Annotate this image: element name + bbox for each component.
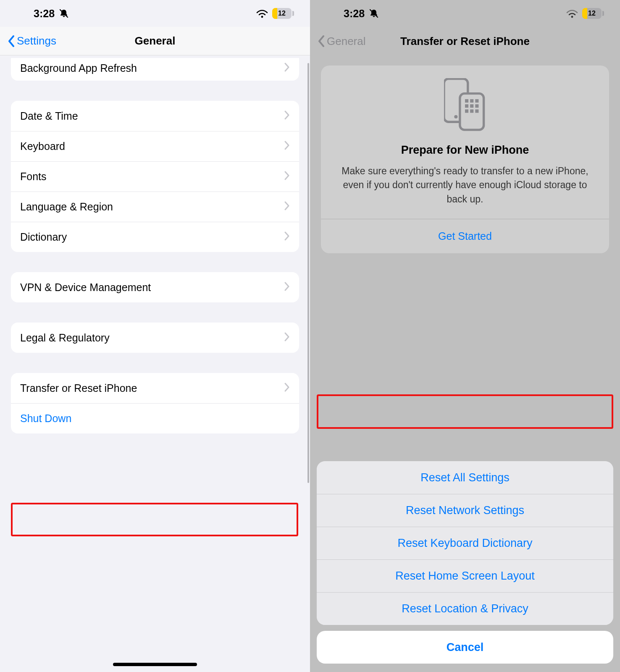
reset-keyboard-dictionary[interactable]: Reset Keyboard Dictionary <box>317 527 613 559</box>
back-label: Settings <box>17 34 56 47</box>
nav-bar: General Transfer or Reset iPhone <box>310 27 620 55</box>
row-label: Background App Refresh <box>20 62 137 74</box>
status-bar: 3:28 12 <box>310 0 620 27</box>
chevron-right-icon <box>284 62 290 74</box>
chevron-right-icon <box>284 231 290 243</box>
row-dictionary[interactable]: Dictionary <box>11 222 299 252</box>
battery-indicator: 12 <box>272 8 294 19</box>
chevron-right-icon <box>284 201 290 213</box>
chevron-left-icon <box>318 35 327 47</box>
row-background-app-refresh[interactable]: Background App Refresh <box>11 58 299 81</box>
phone-left-general-settings: 3:28 12 Settings <box>0 0 310 672</box>
row-keyboard[interactable]: Keyboard <box>11 131 299 161</box>
row-label: Keyboard <box>20 140 65 152</box>
row-transfer-or-reset[interactable]: Transfer or Reset iPhone <box>11 373 299 403</box>
prepare-heading: Prepare for New iPhone <box>332 144 598 157</box>
back-button[interactable]: Settings <box>8 34 56 47</box>
reset-location-privacy[interactable]: Reset Location & Privacy <box>317 592 613 625</box>
reset-network-settings[interactable]: Reset Network Settings <box>317 494 613 527</box>
scrollbar[interactable] <box>307 63 309 483</box>
reset-home-screen-layout[interactable]: Reset Home Screen Layout <box>317 559 613 592</box>
row-label: Legal & Regulatory <box>20 332 110 344</box>
row-fonts[interactable]: Fonts <box>11 161 299 192</box>
row-label: VPN & Device Management <box>20 281 151 294</box>
reset-all-settings[interactable]: Reset All Settings <box>317 461 613 494</box>
status-time: 3:28 <box>34 8 55 20</box>
devices-icon <box>332 78 598 133</box>
row-label: Dictionary <box>20 231 67 243</box>
get-started-button[interactable]: Get Started <box>332 219 598 253</box>
reset-action-sheet: Reset All Settings Reset Network Setting… <box>310 461 620 664</box>
cancel-button[interactable]: Cancel <box>317 631 613 664</box>
silent-mode-icon <box>59 8 69 18</box>
highlight-reset-network <box>317 394 613 429</box>
chevron-right-icon <box>284 140 290 152</box>
chevron-left-icon <box>8 35 17 47</box>
highlight-transfer-or-reset <box>11 503 298 536</box>
chevron-right-icon <box>284 382 290 394</box>
prepare-card: Prepare for New iPhone Make sure everyth… <box>321 66 609 253</box>
wifi-icon <box>256 9 268 18</box>
status-bar: 3:28 12 <box>0 0 310 27</box>
chevron-right-icon <box>284 281 290 294</box>
chevron-right-icon <box>284 171 290 183</box>
wifi-icon <box>566 9 578 18</box>
page-title: Transfer or Reset iPhone <box>400 35 530 48</box>
row-label: Language & Region <box>20 201 113 213</box>
chevron-right-icon <box>284 332 290 344</box>
status-time: 3:28 <box>344 8 365 20</box>
row-label: Date & Time <box>20 110 78 122</box>
row-date-time[interactable]: Date & Time <box>11 101 299 131</box>
row-label: Transfer or Reset iPhone <box>20 382 137 394</box>
row-label: Fonts <box>20 171 47 183</box>
nav-bar: Settings General <box>0 27 310 55</box>
row-vpn-device-management[interactable]: VPN & Device Management <box>11 272 299 302</box>
chevron-right-icon <box>284 110 290 122</box>
home-indicator[interactable] <box>113 663 197 666</box>
row-shut-down[interactable]: Shut Down <box>11 403 299 433</box>
back-button[interactable]: General <box>318 35 366 48</box>
page-title: General <box>135 34 176 47</box>
back-label: General <box>327 35 366 48</box>
battery-indicator: 12 <box>582 8 604 19</box>
prepare-body: Make sure everything's ready to transfer… <box>332 164 598 206</box>
phone-right-transfer-reset: 3:28 12 General <box>310 0 620 672</box>
row-label: Shut Down <box>20 412 71 425</box>
silent-mode-icon <box>369 8 379 18</box>
row-language-region[interactable]: Language & Region <box>11 192 299 222</box>
row-legal-regulatory[interactable]: Legal & Regulatory <box>11 323 299 353</box>
